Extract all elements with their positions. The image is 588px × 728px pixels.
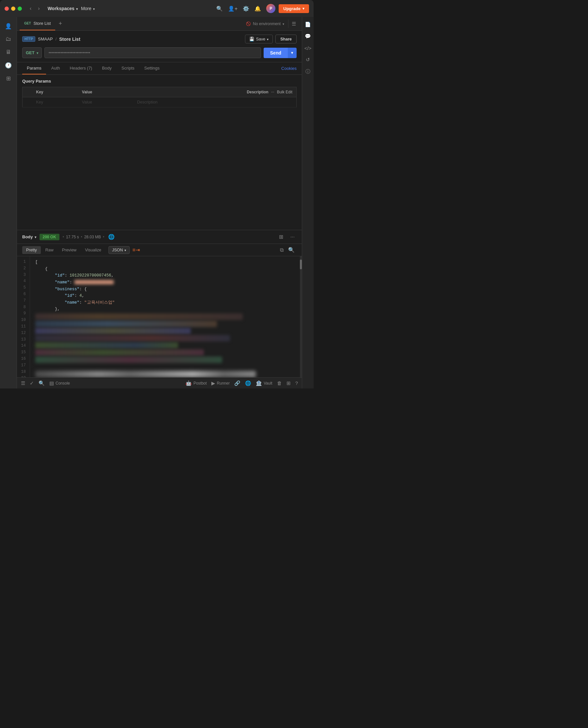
link-icon[interactable]: 🔗	[234, 380, 240, 386]
format-chevron-icon	[124, 248, 126, 252]
back-button[interactable]: ‹	[28, 4, 33, 13]
tab-store-list[interactable]: GET Store List	[20, 17, 55, 30]
scrollbar-thumb[interactable]	[300, 260, 302, 269]
th-checkbox	[23, 87, 32, 97]
workspaces-button[interactable]: Workspaces	[48, 6, 78, 11]
json-line-4: "name": ████████████████	[35, 279, 295, 286]
response-meta: • 17.75 s • 28.03 MB • 🌐	[63, 233, 117, 241]
bottom-right-buttons: 🤖 Postbot ▶ Runner 🔗 🌐 🏦 Vault 🗑 ⊞ ?	[186, 380, 298, 386]
upgrade-label: Upgrade	[283, 6, 300, 11]
json-line-3: "id": 10120220700007456,	[35, 272, 295, 279]
docs-icon[interactable]: 📄	[303, 20, 313, 29]
method-select[interactable]: GET	[22, 47, 42, 58]
save-icon: 💾	[249, 37, 254, 42]
breadcrumb-actions: 💾 Save Share	[245, 35, 297, 43]
console-button[interactable]: ▤ Console	[49, 380, 70, 386]
sidebar-item-profile[interactable]: 👤	[3, 20, 14, 32]
json-line-14	[35, 349, 204, 356]
settings-icon[interactable]: ⚙️	[243, 5, 249, 12]
tab-scripts[interactable]: Scripts	[117, 62, 139, 74]
sidebar-item-components[interactable]: ⊞	[3, 72, 14, 84]
row-key-cell[interactable]: Key	[32, 97, 78, 107]
sidebar-item-environments[interactable]: 🖥	[3, 46, 14, 58]
copy-button[interactable]: ⧉	[278, 246, 286, 254]
globe-icon[interactable]: 🌐	[106, 233, 117, 241]
help-button[interactable]: ?	[295, 380, 298, 386]
tab-headers[interactable]: Headers (7)	[65, 62, 97, 74]
tab-bar: GET Store List + 🚫 No environment ☰	[17, 17, 302, 31]
globe-bottom-icon[interactable]: 🌐	[245, 380, 251, 386]
cookies-link[interactable]: Cookies	[281, 66, 297, 71]
json-line-1: [	[35, 259, 295, 266]
tab-params[interactable]: Params	[22, 62, 46, 74]
runner-button[interactable]: ▶ Runner	[211, 380, 230, 386]
trash-icon[interactable]: 🗑	[277, 380, 282, 386]
status-check-icon[interactable]: ✓	[30, 380, 34, 386]
send-button[interactable]: Send	[264, 48, 288, 58]
wrap-icon[interactable]: ≡⇥	[132, 247, 140, 253]
save-label: Save	[256, 37, 266, 42]
search-icon[interactable]: 🔍	[216, 5, 223, 12]
sidebar-item-history[interactable]: 🕐	[3, 60, 14, 71]
body-dropdown[interactable]: Body	[22, 235, 36, 239]
http-badge: HTTP	[22, 36, 35, 42]
query-params-title: Query Params	[22, 79, 297, 84]
view-pretty[interactable]: Pretty	[22, 246, 41, 254]
breadcrumb: HTTP SMAAP / Store List 💾 Save Share	[22, 35, 297, 43]
vault-button[interactable]: 🏦 Vault	[256, 380, 272, 386]
workspaces-label: Workspaces	[48, 6, 75, 11]
status-badge: 200 OK	[40, 234, 60, 240]
sidebar-toggle-button[interactable]: ☰	[21, 380, 25, 386]
postbot-button[interactable]: 🤖 Postbot	[186, 380, 207, 386]
more-button[interactable]: More	[81, 6, 95, 11]
breadcrumb-separator: /	[56, 37, 57, 42]
info-icon[interactable]: ⓘ	[303, 67, 313, 76]
forward-button[interactable]: ›	[36, 4, 41, 13]
bottom-bar: ☰ ✓ 🔍 ▤ Console 🤖 Postbot ▶ Runner 🔗 🌐	[17, 377, 302, 389]
th-description: Description ··· Bulk Edit	[133, 87, 297, 97]
sidebar-item-collections[interactable]: 🗂	[3, 33, 14, 45]
maximize-button[interactable]	[18, 6, 22, 11]
url-input[interactable]	[44, 47, 261, 58]
refresh-icon[interactable]: ↺	[303, 55, 313, 65]
share-button[interactable]: Share	[275, 35, 297, 43]
format-selector[interactable]: JSON	[108, 246, 130, 254]
minimize-button[interactable]	[11, 6, 15, 11]
send-dropdown-button[interactable]: ▾	[288, 48, 297, 58]
response-area: Body 200 OK • 17.75 s • 28.03 MB • 🌐 ⊞ ·…	[17, 230, 302, 377]
more-options-button[interactable]: ···	[289, 233, 297, 241]
json-content: [ { "id": 10120220700007456, "name": ███…	[30, 256, 300, 377]
bulk-edit-link[interactable]: Bulk Edit	[277, 90, 292, 94]
upgrade-button[interactable]: Upgrade ▾	[279, 4, 309, 13]
notifications-icon[interactable]: 🔔	[254, 5, 261, 12]
tab-add-button[interactable]: +	[55, 17, 65, 30]
view-preview[interactable]: Preview	[58, 246, 80, 254]
comment-icon[interactable]: 💬	[303, 31, 313, 41]
response-size: 28.03 MB	[84, 235, 101, 239]
json-line-17	[35, 371, 256, 377]
code-icon[interactable]: </>	[303, 43, 313, 53]
save-button[interactable]: 💾 Save	[245, 35, 273, 43]
user-avatar[interactable]: P	[266, 4, 275, 13]
search-bottom-button[interactable]: 🔍	[39, 380, 45, 386]
tab-body[interactable]: Body	[97, 62, 116, 74]
sidebar-icons: 👤 🗂 🖥 🕐 ⊞	[0, 17, 17, 389]
row-desc-cell[interactable]: Description	[133, 97, 297, 107]
search-button[interactable]: 🔍	[286, 246, 297, 254]
panel-toggle-button[interactable]: ☰	[289, 17, 299, 30]
tab-auth[interactable]: Auth	[47, 62, 65, 74]
view-visualize[interactable]: Visualize	[81, 246, 105, 254]
response-time: 17.75 s	[66, 235, 79, 239]
row-value-cell[interactable]: Value	[78, 97, 133, 107]
json-scrollbar[interactable]	[300, 256, 302, 377]
right-sidebar: 📄 💬 </> ↺ ⓘ	[302, 17, 314, 389]
split-view-icon[interactable]: ⊞	[277, 233, 285, 241]
invite-icon[interactable]: 👤+	[228, 5, 237, 12]
vault-icon: 🏦	[256, 380, 262, 386]
json-line-6: "id": 4,	[35, 292, 295, 300]
grid-icon[interactable]: ⊞	[287, 380, 291, 386]
tab-settings[interactable]: Settings	[140, 62, 164, 74]
environment-selector[interactable]: 🚫 No environment	[242, 17, 288, 30]
close-button[interactable]	[5, 6, 9, 11]
view-raw[interactable]: Raw	[41, 246, 58, 254]
